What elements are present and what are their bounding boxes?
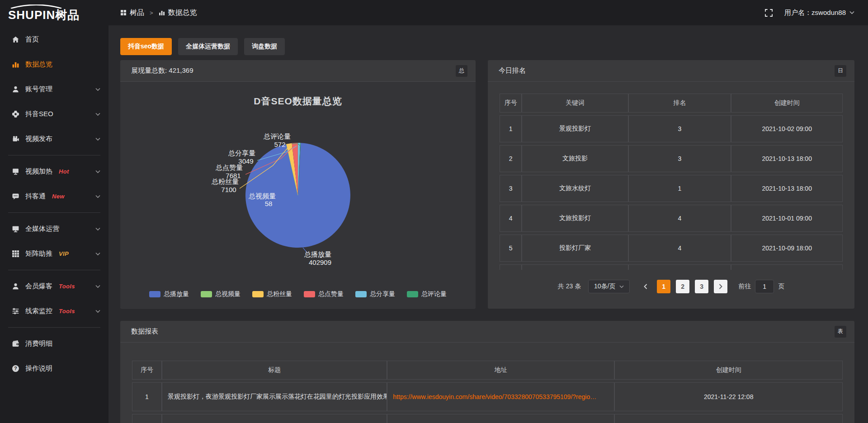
cell-rank: 4 — [628, 205, 731, 232]
appstore-icon — [120, 9, 127, 16]
report-title: 数据报表 — [131, 327, 158, 336]
tab-omnimedia-data[interactable]: 全媒体运营数据 — [178, 38, 238, 55]
page-button-1[interactable]: 1 — [657, 280, 670, 293]
logo-text: SHUPIN树品 — [8, 9, 108, 21]
impressions-panel: 展现量总数: 421,369 总 D音SEO数据量总览 — [120, 60, 476, 309]
sidebar-item-doukotong[interactable]: 抖客通 New — [0, 184, 108, 209]
col-url: 地址 — [387, 361, 614, 380]
total-badge-button[interactable]: 总 — [456, 65, 467, 77]
chevron-right-icon — [719, 284, 722, 289]
pie-chart-svg: 总评论量 572 总分享量 3049 总点赞量 7681 总粉丝量 7100 总… — [120, 82, 476, 308]
sidebar-item-data-overview[interactable]: 数据总览 — [0, 52, 108, 77]
pagination: 共 23 条 10条/页 1 2 3 前往 — [500, 280, 843, 293]
breadcrumb-root-label: 树品 — [130, 8, 144, 18]
sidebar-item-video-boost[interactable]: 视频加热 Hot — [0, 159, 108, 184]
screen-icon — [12, 168, 19, 175]
legend-item-comments[interactable]: 总评论量 — [407, 290, 447, 298]
pie-label-fans-value: 7100 — [221, 186, 236, 193]
goto-page-input[interactable] — [755, 280, 774, 293]
ranking-panel-header: 今日排名 日 — [488, 60, 854, 82]
report-body: 序号 标题 地址 创建时间 1 景观投影灯，夜游景观投影灯厂家展示展示落花灯在花… — [120, 343, 854, 423]
sidebar-item-member-burst[interactable]: 会员爆客 Tools — [0, 274, 108, 299]
tab-inquiry-data[interactable]: 询盘数据 — [244, 38, 285, 55]
cell-rank: 3 — [628, 115, 731, 142]
cell-url-link[interactable]: https://www.iesdouyin.com/share/video/70… — [387, 382, 614, 411]
prev-page-button[interactable] — [640, 280, 651, 293]
sliders-icon — [12, 307, 19, 315]
page-size-select[interactable]: 10条/页 — [588, 280, 630, 293]
sidebar-divider — [8, 327, 100, 328]
chevron-down-icon — [95, 88, 100, 91]
ranking-panel: 今日排名 日 序号 关键词 排名 创建时间 — [488, 60, 854, 309]
page-button-2[interactable]: 2 — [676, 280, 689, 293]
app-logo: SHUPIN树品 — [0, 5, 108, 21]
sidebar-item-label: 抖音SEO — [25, 110, 53, 118]
sidebar-item-home[interactable]: 首页 — [0, 27, 108, 52]
vip-badge: VIP — [59, 250, 69, 257]
breadcrumb-root[interactable]: 树品 — [120, 8, 144, 18]
legend-item-shares[interactable]: 总分享量 — [355, 290, 395, 298]
cell-rank: 1 — [628, 175, 731, 202]
ranking-title: 今日排名 — [499, 66, 526, 75]
table-badge-button[interactable]: 表 — [835, 326, 846, 338]
user-menu[interactable]: 用户名：zswodun88 — [784, 9, 854, 17]
day-badge-button[interactable]: 日 — [835, 65, 846, 77]
report-panel: 数据报表 表 序号 标题 地址 创建时间 1 景观投影灯，夜游景观投影灯 — [120, 321, 854, 423]
legend-label: 总评论量 — [421, 290, 447, 298]
sidebar: 首页 数据总览 账号管理 抖音SEO 视频发布 视频加热 Hot 抖客通 New… — [0, 25, 108, 423]
sidebar-item-omnimedia[interactable]: 全媒体运营 — [0, 216, 108, 241]
sidebar-item-label: 账号管理 — [25, 85, 52, 94]
cell-created: 2021-10-09 18:00 — [731, 235, 843, 262]
table-row: 1 景观投影灯，夜游景观投影灯厂家展示展示落花灯在花园里的灯光投影应用效果 # … — [132, 382, 843, 411]
cell-created: 2021-10-13 18:00 — [731, 175, 843, 202]
sidebar-item-video-publish[interactable]: 视频发布 — [0, 127, 108, 151]
sidebar-item-account[interactable]: 账号管理 — [0, 77, 108, 102]
tools-badge: Tools — [59, 308, 75, 315]
sidebar-item-douyin-seo[interactable]: 抖音SEO — [0, 102, 108, 127]
wallet-icon — [12, 340, 19, 348]
next-page-button[interactable] — [714, 280, 727, 293]
sidebar-item-label: 抖客通 — [25, 192, 46, 201]
goto-page: 前往 页 — [738, 280, 784, 293]
cell-title: 景观投影灯，夜游景观投影灯厂家展示展示落花灯在花园里的灯光投影应用效果 # — [162, 382, 387, 411]
gear-icon — [12, 110, 19, 118]
page-button-3[interactable]: 3 — [695, 280, 708, 293]
legend-item-fans[interactable]: 总粉丝量 — [252, 290, 292, 298]
sidebar-divider — [8, 155, 100, 155]
pie-label-playcount-name: 总播放量 — [304, 250, 331, 258]
breadcrumb-current[interactable]: 数据总览 — [159, 8, 197, 18]
user-icon — [12, 282, 19, 290]
col-created: 创建时间 — [614, 361, 843, 380]
cell-no: 5 — [500, 235, 522, 262]
sidebar-item-expense-detail[interactable]: 消费明细 — [0, 331, 108, 356]
cell-keyword: 文旅投影 — [522, 145, 628, 172]
pagination-total: 共 23 条 — [558, 282, 581, 291]
legend-item-videocount[interactable]: 总视频量 — [201, 290, 241, 298]
ranking-body: 序号 关键词 排名 创建时间 1 景观投影灯 3 2021-10 — [488, 82, 854, 309]
col-created: 创建时间 — [731, 94, 843, 113]
report-table: 序号 标题 地址 创建时间 1 景观投影灯，夜游景观投影灯厂家展示展示落花灯在花… — [132, 358, 843, 423]
legend-item-playcount[interactable]: 总播放量 — [149, 290, 189, 298]
sidebar-divider — [8, 212, 100, 213]
pie-label-videocount-name: 总视频量 — [248, 192, 276, 200]
ranking-table: 序号 关键词 排名 创建时间 1 景观投影灯 3 2021-10 — [500, 91, 843, 270]
cell-keyword: 景观投影灯 — [522, 115, 628, 142]
sidebar-item-label: 操作说明 — [25, 364, 52, 373]
tab-douyin-seo-data[interactable]: 抖音seo数据 — [120, 38, 172, 55]
fullscreen-icon[interactable] — [765, 9, 773, 17]
legend-item-likes[interactable]: 总点赞量 — [304, 290, 344, 298]
goto-label: 前往 — [738, 282, 751, 291]
pie-label-fans-name: 总粉丝量 — [211, 178, 239, 185]
table-row: 1 景观投影灯 3 2021-10-02 09:00 — [500, 115, 843, 142]
sidebar-item-matrix-boost[interactable]: 矩阵助推 VIP — [0, 241, 108, 266]
sidebar-item-lead-monitor[interactable]: 线索监控 Tools — [0, 299, 108, 324]
col-keyword: 关键词 — [522, 94, 628, 113]
tools-badge: Tools — [59, 283, 75, 290]
topbar: SHUPIN树品 树品 > 数据总览 用户名：zswodun88 — [0, 0, 868, 25]
username-label: 用户名：zswodun88 — [784, 9, 846, 17]
sidebar-item-instructions[interactable]: ? 操作说明 — [0, 356, 108, 381]
legend-label: 总播放量 — [164, 290, 189, 298]
legend-label: 总点赞量 — [318, 290, 344, 298]
sidebar-item-label: 全媒体运营 — [25, 225, 59, 233]
main-content: 抖音seo数据 全媒体运营数据 询盘数据 展现量总数: 421,369 总 D音… — [108, 25, 868, 423]
